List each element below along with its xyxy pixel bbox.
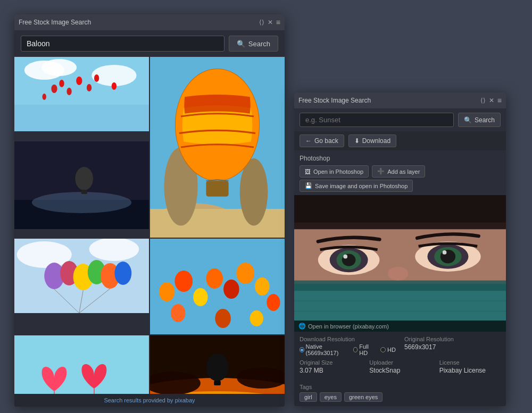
right-panel: Free Stock Image Search ⟨⟩ ✕ ≡ 🔍 Search … bbox=[294, 92, 506, 406]
svg-point-31 bbox=[89, 239, 139, 261]
colorful-balloons-svg bbox=[14, 239, 149, 313]
download-resolution-group: Download Resolution Native (5669x3017) F… bbox=[300, 336, 396, 356]
right-collapse-button[interactable]: ⟨⟩ bbox=[480, 97, 486, 104]
go-back-button[interactable]: ← Go back bbox=[300, 134, 344, 147]
search-icon: 🔍 bbox=[237, 40, 245, 48]
photoshop-section: Photoshop 🖼 Open in Photoshop ➕ Add as l… bbox=[294, 150, 506, 195]
left-panel-title: Free Stock Image Search bbox=[19, 19, 91, 26]
original-resolution-label: Original Resolution bbox=[404, 336, 501, 342]
fullhd-radio[interactable] bbox=[353, 347, 358, 352]
svg-rect-79 bbox=[294, 281, 506, 291]
save-open-photoshop-button[interactable]: 💾 Save image and open in Photoshop bbox=[300, 180, 413, 192]
svg-point-9 bbox=[87, 84, 92, 91]
grid-image-5[interactable] bbox=[150, 239, 285, 334]
left-panel: Free Stock Image Search ⟨⟩ ✕ ≡ Baloon 🔍 … bbox=[14, 14, 285, 407]
fullhd-label: Full HD bbox=[359, 343, 375, 356]
svg-point-3 bbox=[42, 59, 77, 76]
resolution-options: Native (5669x3017) Full HD HD bbox=[300, 343, 396, 356]
preview-image-container: 🌐 Open in browser (pixabay.com) bbox=[294, 195, 506, 332]
right-panel-title: Free Stock Image Search bbox=[298, 97, 371, 104]
preview-image bbox=[294, 195, 506, 332]
svg-rect-1 bbox=[14, 105, 149, 131]
tag-girl[interactable]: girl bbox=[300, 392, 317, 402]
tag-eyes[interactable]: eyes bbox=[320, 392, 342, 402]
right-search-input[interactable] bbox=[300, 113, 454, 127]
svg-point-51 bbox=[215, 309, 231, 328]
hd-radio[interactable] bbox=[380, 347, 386, 352]
download-button[interactable]: ⬇ Download bbox=[348, 134, 396, 147]
native-radio[interactable] bbox=[300, 347, 304, 352]
svg-point-47 bbox=[236, 263, 254, 284]
girl-eyes-image-svg bbox=[294, 195, 506, 332]
native-label: Native (5669x3017) bbox=[306, 343, 348, 356]
open-in-photoshop-button[interactable]: 🖼 Open in Photoshop bbox=[300, 165, 369, 178]
license-label: License bbox=[439, 359, 501, 366]
original-size-label: Original Size bbox=[300, 359, 361, 366]
info-row: Original Size 3.07 MB Uploader StockSnap… bbox=[300, 359, 501, 374]
left-panel-titlebar: Free Stock Image Search ⟨⟩ ✕ ≡ bbox=[14, 14, 285, 30]
save-open-label: Save image and open in Photoshop bbox=[315, 183, 408, 189]
grid-image-4[interactable] bbox=[14, 239, 149, 313]
photoshop-label: Photoshop bbox=[300, 155, 501, 162]
balloon-sky-svg bbox=[14, 57, 149, 131]
menu-button[interactable]: ≡ bbox=[276, 18, 280, 27]
open-photoshop-label: Open in Photoshop bbox=[313, 168, 363, 175]
grid-image-7[interactable] bbox=[150, 335, 285, 394]
svg-point-5 bbox=[51, 85, 57, 93]
photoshop-buttons-row2: 💾 Save image and open in Photoshop bbox=[300, 180, 501, 192]
svg-point-46 bbox=[223, 280, 239, 299]
right-search-button[interactable]: 🔍 Search bbox=[458, 113, 501, 127]
svg-point-49 bbox=[267, 294, 280, 311]
native-resolution-option[interactable]: Native (5669x3017) bbox=[300, 343, 348, 356]
footer-link[interactable]: pixabay bbox=[175, 397, 195, 403]
license-group: License Pixabay License bbox=[439, 359, 501, 374]
hd-resolution-option[interactable]: HD bbox=[380, 347, 396, 353]
svg-rect-53 bbox=[14, 335, 149, 394]
hot-air-balloon-svg bbox=[150, 57, 285, 238]
add-layer-label: Add as layer bbox=[387, 168, 420, 175]
search-bar: Baloon 🔍 Search bbox=[14, 30, 285, 57]
many-balloons-svg bbox=[150, 239, 285, 334]
grid-image-1[interactable] bbox=[14, 57, 149, 131]
left-titlebar-controls: ⟨⟩ ✕ ≡ bbox=[259, 18, 280, 27]
svg-point-7 bbox=[66, 88, 71, 95]
svg-point-83 bbox=[388, 267, 409, 281]
svg-point-37 bbox=[114, 262, 131, 285]
svg-point-77 bbox=[443, 250, 447, 255]
tags-label: Tags bbox=[300, 384, 501, 390]
svg-point-52 bbox=[250, 310, 263, 326]
right-close-button[interactable]: ✕ bbox=[489, 97, 494, 104]
add-as-layer-button[interactable]: ➕ Add as layer bbox=[372, 165, 425, 178]
open-browser-bar[interactable]: 🌐 Open in browser (pixabay.com) bbox=[294, 321, 506, 332]
search-input[interactable]: Baloon bbox=[21, 36, 225, 52]
grid-image-3[interactable] bbox=[14, 141, 149, 229]
svg-point-48 bbox=[255, 277, 269, 296]
add-layer-icon: ➕ bbox=[377, 168, 385, 175]
grid-image-2[interactable] bbox=[150, 57, 285, 238]
license-value: Pixabay License bbox=[439, 367, 501, 374]
right-search-bar: 🔍 Search bbox=[294, 108, 506, 131]
tags-section: Tags girl eyes green eyes bbox=[294, 382, 506, 406]
open-photoshop-icon: 🖼 bbox=[305, 168, 311, 175]
svg-point-27 bbox=[75, 167, 93, 190]
right-menu-button[interactable]: ≡ bbox=[497, 96, 502, 105]
grid-image-6[interactable] bbox=[14, 335, 149, 394]
svg-point-45 bbox=[206, 268, 223, 289]
collapse-button[interactable]: ⟨⟩ bbox=[259, 19, 264, 26]
close-button[interactable]: ✕ bbox=[268, 19, 273, 26]
fullhd-resolution-option[interactable]: Full HD bbox=[353, 343, 375, 356]
save-icon: 💾 bbox=[305, 182, 312, 189]
dark-balloon-svg bbox=[14, 141, 149, 229]
svg-point-72 bbox=[343, 255, 347, 259]
svg-point-42 bbox=[159, 282, 175, 301]
svg-point-11 bbox=[42, 94, 46, 100]
footer-text: Search results provided by bbox=[104, 397, 173, 403]
search-button[interactable]: 🔍 Search bbox=[229, 36, 278, 52]
download-resolution-label: Download Resolution bbox=[300, 336, 396, 342]
tag-green-eyes[interactable]: green eyes bbox=[344, 392, 383, 402]
metadata-section: Download Resolution Native (5669x3017) F… bbox=[294, 332, 506, 382]
right-titlebar-controls: ⟨⟩ ✕ ≡ bbox=[480, 96, 502, 105]
right-search-icon: 🔍 bbox=[464, 116, 472, 124]
footer-credit: Search results provided by pixabay bbox=[14, 394, 285, 407]
svg-rect-64 bbox=[214, 381, 221, 385]
